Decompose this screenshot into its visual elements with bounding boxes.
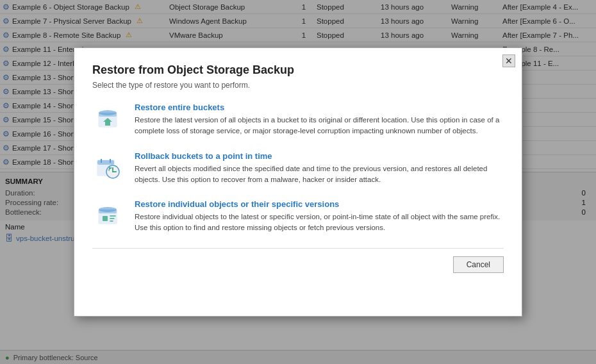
restore-individual-objects-content: Restore individual objects or their spec… <box>135 199 504 234</box>
main-container: ⚙ Example 6 - Object Storage Backup ⚠ Ob… <box>0 0 596 364</box>
restore-option-restore-entire-buckets[interactable]: Restore entire buckets Restore the lates… <box>92 103 504 137</box>
restore-individual-objects-title: Restore individual objects or their spec… <box>135 199 504 209</box>
restore-entire-buckets-title: Restore entire buckets <box>135 103 504 112</box>
rollback-buckets-description: Revert all objects modified since the sp… <box>135 163 504 186</box>
restore-options-container: Restore entire buckets Restore the lates… <box>92 103 504 234</box>
svg-point-10 <box>99 207 117 212</box>
rollback-buckets-content: Rollback buckets to a point in time Reve… <box>135 151 504 186</box>
restore-individual-objects-description: Restore individual objects to the latest… <box>135 211 504 234</box>
restore-modal: ✕ Restore from Object Storage Backup Sel… <box>74 47 522 317</box>
modal-close-button[interactable]: ✕ <box>502 54 515 67</box>
restore-entire-buckets-icon <box>92 103 123 133</box>
rollback-buckets-title: Rollback buckets to a point in time <box>135 151 504 161</box>
restore-entire-buckets-content: Restore entire buckets Restore the lates… <box>135 103 504 137</box>
rollback-buckets-icon <box>92 151 123 182</box>
restore-individual-objects-icon <box>92 199 123 230</box>
svg-rect-4 <box>97 160 114 165</box>
restore-option-rollback-buckets[interactable]: Rollback buckets to a point in time Reve… <box>92 151 504 186</box>
modal-footer: Cancel <box>92 248 504 273</box>
restore-option-restore-individual-objects[interactable]: Restore individual objects or their spec… <box>92 199 504 234</box>
restore-entire-buckets-description: Restore the latest version of all object… <box>135 115 504 137</box>
cancel-button[interactable]: Cancel <box>453 256 504 273</box>
modal-subtitle: Select the type of restore you want to p… <box>92 81 504 90</box>
modal-title: Restore from Object Storage Backup <box>92 63 504 77</box>
modal-overlay: ✕ Restore from Object Storage Backup Sel… <box>0 0 596 364</box>
svg-point-2 <box>99 110 117 115</box>
svg-rect-11 <box>103 216 108 221</box>
